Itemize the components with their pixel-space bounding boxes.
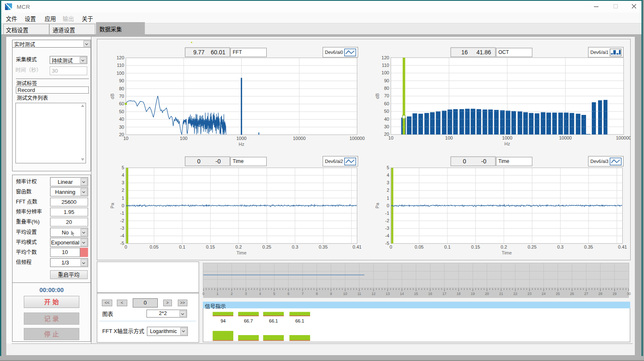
svg-text:66.1: 66.1: [295, 318, 304, 323]
svg-text:5: 5: [273, 292, 275, 296]
svg-text:2: 2: [231, 292, 233, 296]
svg-text:0.35: 0.35: [318, 244, 327, 249]
svg-text:70: 70: [119, 94, 124, 99]
svg-text:1000: 1000: [502, 135, 512, 140]
svg-text:10: 10: [388, 135, 393, 140]
svg-text:23: 23: [528, 292, 532, 296]
svg-text:21: 21: [499, 292, 503, 296]
svg-text:6: 6: [288, 292, 290, 296]
svg-text:1: 1: [386, 196, 389, 201]
svg-text:60: 60: [384, 101, 389, 106]
svg-text:Time: Time: [236, 250, 246, 255]
svg-text:0.05: 0.05: [149, 244, 158, 249]
svg-text:100: 100: [179, 136, 187, 141]
svg-text:24: 24: [542, 292, 546, 296]
svg-text:FFT: FFT: [232, 49, 242, 55]
svg-text:Time: Time: [232, 158, 244, 164]
svg-text:9.77: 9.77: [193, 49, 204, 56]
svg-text:14: 14: [400, 292, 404, 296]
svg-text:0.41: 0.41: [618, 244, 626, 249]
svg-text:-4: -4: [385, 233, 389, 238]
svg-text:100000: 100000: [616, 135, 630, 140]
svg-text:0.3: 0.3: [557, 244, 563, 249]
svg-text:80: 80: [384, 86, 389, 91]
svg-text:-4: -4: [120, 233, 124, 238]
svg-text:22: 22: [513, 292, 518, 296]
svg-text:3: 3: [386, 180, 389, 185]
svg-text:30: 30: [627, 292, 631, 296]
svg-text:110: 110: [381, 63, 389, 68]
svg-text:0.15: 0.15: [206, 244, 215, 249]
svg-text:8: 8: [316, 292, 318, 296]
svg-text:-5: -5: [385, 241, 389, 246]
svg-text:-0: -0: [215, 158, 221, 165]
svg-text:66.1: 66.1: [269, 318, 278, 323]
svg-text:66.7: 66.7: [244, 318, 253, 323]
svg-text:100: 100: [381, 70, 389, 75]
svg-text:Dev6/ai2: Dev6/ai2: [325, 159, 343, 164]
svg-text:0: 0: [202, 292, 205, 296]
svg-text:40: 40: [384, 117, 389, 122]
svg-text:27: 27: [584, 292, 588, 296]
svg-text:2: 2: [386, 188, 389, 193]
svg-text:Dev6/ai0: Dev6/ai0: [325, 50, 343, 55]
svg-text:Hz: Hz: [238, 142, 244, 147]
svg-text:4: 4: [386, 173, 389, 178]
svg-text:dB: dB: [110, 94, 115, 99]
svg-text:30: 30: [119, 125, 124, 130]
svg-text:41.86: 41.86: [476, 49, 491, 56]
svg-text:Pa: Pa: [110, 203, 115, 208]
svg-text:0.1: 0.1: [444, 244, 450, 249]
svg-text:-2: -2: [120, 218, 124, 223]
svg-text:16: 16: [461, 49, 468, 56]
svg-text:10: 10: [123, 136, 128, 141]
svg-text:9: 9: [330, 292, 332, 296]
svg-text:29: 29: [613, 292, 617, 296]
svg-text:10: 10: [343, 292, 347, 296]
svg-text:100000: 100000: [349, 136, 365, 141]
svg-text:94: 94: [220, 318, 225, 323]
svg-text:5: 5: [386, 165, 389, 170]
svg-text:20: 20: [485, 292, 489, 296]
svg-text:0.25: 0.25: [528, 244, 536, 249]
svg-text:0.05: 0.05: [414, 244, 423, 249]
svg-text:15: 15: [414, 292, 418, 296]
svg-text:18: 18: [457, 292, 461, 296]
svg-text:dB: dB: [375, 93, 380, 99]
svg-text:1: 1: [217, 292, 219, 296]
svg-text:10000: 10000: [293, 136, 306, 141]
svg-text:Pa: Pa: [375, 203, 380, 208]
svg-text:0: 0: [121, 203, 124, 208]
svg-text:-0: -0: [481, 158, 486, 165]
svg-text:25: 25: [556, 292, 560, 296]
svg-text:3: 3: [245, 292, 247, 296]
svg-text:-3: -3: [385, 226, 389, 231]
svg-text:0: 0: [386, 203, 389, 208]
svg-text:17: 17: [442, 292, 447, 296]
svg-text:0.3: 0.3: [292, 244, 298, 249]
svg-text:1: 1: [121, 196, 124, 201]
svg-text:60.01: 60.01: [210, 49, 225, 56]
svg-text:0.41: 0.41: [352, 244, 361, 249]
svg-text:80: 80: [119, 86, 124, 91]
svg-text:12: 12: [371, 292, 376, 296]
svg-text:0.15: 0.15: [471, 244, 480, 249]
svg-text:120: 120: [116, 55, 124, 60]
svg-text:110: 110: [116, 63, 124, 68]
svg-text:Time: Time: [501, 250, 511, 255]
svg-text:0.2: 0.2: [500, 244, 507, 249]
svg-text:60: 60: [119, 101, 124, 106]
svg-text:0.35: 0.35: [584, 244, 593, 249]
svg-text:19: 19: [471, 292, 475, 296]
svg-text:Time: Time: [498, 158, 510, 164]
svg-text:Hz: Hz: [504, 141, 510, 146]
svg-text:120: 120: [381, 55, 389, 60]
svg-text:50: 50: [384, 109, 389, 114]
svg-text:Dev6/ai3: Dev6/ai3: [590, 159, 608, 164]
svg-text:28: 28: [599, 292, 603, 296]
svg-text:16: 16: [428, 292, 432, 296]
svg-text:5: 5: [121, 165, 124, 170]
svg-text:13: 13: [386, 292, 390, 296]
svg-text:4: 4: [259, 292, 261, 296]
svg-text:90: 90: [384, 78, 389, 83]
